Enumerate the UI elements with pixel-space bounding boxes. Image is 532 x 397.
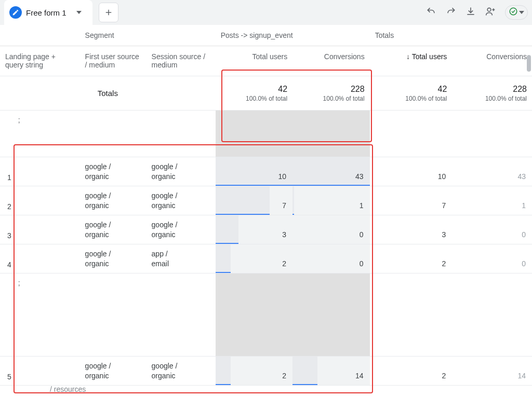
col-conversions-2[interactable]: Conversions	[452, 46, 532, 76]
active-tab[interactable]: Free form 1	[4, 0, 92, 25]
totals-conv-1: 228100.0% of total	[292, 76, 369, 111]
first-user-source: google /organic	[80, 215, 147, 244]
col-first-user-source[interactable]: First user source / medium	[80, 46, 147, 76]
col-segment: Segment	[80, 25, 147, 46]
redo-icon[interactable]	[446, 6, 456, 19]
landing-url-fragment: / resources	[50, 385, 86, 394]
col-totals-section: Totals	[370, 25, 532, 46]
session-source: app /email	[147, 244, 216, 273]
totals-label: Totals	[0, 76, 216, 111]
download-icon[interactable]	[466, 6, 476, 19]
metric-total-users-totals: 3	[370, 215, 453, 244]
status-pill[interactable]	[505, 5, 528, 20]
col-landing-page[interactable]: Landing page + query string	[0, 46, 80, 76]
metric-conversions: 0	[292, 215, 369, 244]
first-user-source: google /organic	[80, 357, 147, 386]
metric-conversions: 43	[292, 157, 369, 186]
metric-conversions-totals: 14	[452, 357, 532, 386]
metric-total-users-totals: 2	[370, 244, 453, 273]
report-content: Segment Posts -> signup_event Totals Lan…	[0, 25, 532, 397]
metric-conversions-totals: 43	[452, 157, 532, 186]
table-row[interactable]: 1 google /organic google /organic 10 43 …	[0, 157, 532, 186]
metric-conversions: 1	[292, 186, 369, 215]
session-source: google /organic	[147, 215, 216, 244]
add-tab-button[interactable]	[99, 3, 118, 22]
report-table: Segment Posts -> signup_event Totals Lan…	[0, 25, 532, 386]
svg-point-1	[510, 8, 517, 15]
table-row[interactable]: 3 google /organic google /organic 3 0 3 …	[0, 215, 532, 244]
metric-total-users: 7	[216, 186, 292, 215]
chevron-down-icon	[519, 10, 524, 15]
session-source: google /organic	[147, 357, 216, 386]
metric-total-users-totals: 10	[370, 157, 453, 186]
table-row[interactable]: 2 google /organic google /organic 7 1 7 …	[0, 186, 532, 215]
col-conversions-1[interactable]: Conversions	[292, 46, 369, 76]
svg-point-0	[487, 8, 491, 11]
landing-page-row[interactable]: ;	[0, 273, 532, 357]
landing-page-row[interactable]: ;	[0, 111, 532, 157]
col-total-users-sort[interactable]: ↓ Total users	[370, 46, 453, 76]
session-source: google /organic	[147, 157, 216, 186]
col-posts-signup: Posts -> signup_event	[216, 25, 370, 46]
metric-conversions-totals: 0	[452, 215, 532, 244]
metric-total-users: 3	[216, 215, 292, 244]
totals-row: Totals 42100.0% of total 228100.0% of to…	[0, 76, 532, 111]
share-user-icon[interactable]	[485, 6, 496, 19]
session-source: google /organic	[147, 186, 216, 215]
row-index: 1	[0, 157, 16, 186]
totals-users-2: 42100.0% of total	[370, 76, 453, 111]
topbar: Free form 1	[0, 0, 532, 25]
metric-conversions-totals: 1	[452, 186, 532, 215]
col-total-users-1[interactable]: Total users	[216, 46, 292, 76]
row-index: 2	[0, 186, 16, 215]
totals-users-1: 42100.0% of total	[216, 76, 292, 111]
metric-conversions: 14	[292, 357, 369, 386]
first-user-source: google /organic	[80, 186, 147, 215]
metric-total-users: 10	[216, 157, 292, 186]
pencil-icon	[9, 6, 22, 19]
metric-conversions: 0	[292, 244, 369, 273]
tab-label: Free form 1	[26, 8, 66, 17]
table-row[interactable]: 5 google /organic google /organic 2 14 2…	[0, 357, 532, 386]
first-user-source: google /organic	[80, 157, 147, 186]
row-index: 4	[0, 244, 16, 273]
checkmark-icon	[509, 7, 518, 18]
totals-conv-2: 228100.0% of total	[452, 76, 532, 111]
undo-icon[interactable]	[426, 6, 436, 19]
metric-total-users-totals: 7	[370, 186, 453, 215]
row-index: 5	[0, 357, 16, 386]
table-row[interactable]: 4 google /organic app /email 2 0 2 0	[0, 244, 532, 273]
tab-dropdown-icon[interactable]	[74, 7, 84, 18]
scrollbar-thumb[interactable]	[527, 55, 531, 72]
metric-total-users: 2	[216, 357, 292, 386]
metric-conversions-totals: 0	[452, 244, 532, 273]
metric-total-users-totals: 2	[370, 357, 453, 386]
col-session-source[interactable]: Session source / medium	[147, 46, 216, 76]
row-index: 3	[0, 215, 16, 244]
first-user-source: google /organic	[80, 244, 147, 273]
metric-total-users: 2	[216, 244, 292, 273]
